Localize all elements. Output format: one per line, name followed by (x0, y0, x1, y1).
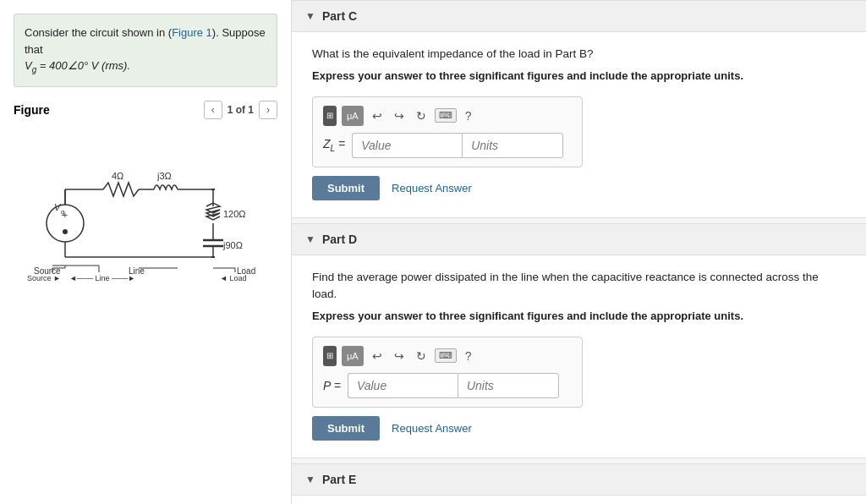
figure-prev-button[interactable]: ‹ (204, 101, 222, 119)
part-d-value-input[interactable] (348, 373, 458, 398)
svg-text:g: g (61, 208, 64, 216)
keyboard-icon-d: ⌨ (439, 350, 452, 360)
part-c-request-answer-link[interactable]: Request Answer (392, 182, 472, 194)
part-c-value-input[interactable] (352, 133, 462, 158)
part-d-input-row: P = (323, 373, 572, 398)
svg-text:◄ Load: ◄ Load (220, 274, 246, 282)
help-button-d[interactable]: ? (462, 348, 475, 364)
figure-header: Figure ‹ 1 of 1 › (14, 101, 277, 119)
part-c-collapse-arrow[interactable]: ▼ (305, 10, 315, 22)
part-c-units-input[interactable] (462, 133, 563, 158)
undo-icon-c: ↩ (372, 109, 382, 123)
help-button-c[interactable]: ? (462, 107, 475, 124)
grid-icon-button-d[interactable]: ⊞ (323, 346, 337, 366)
part-d-section: ▼ Part D Find the average power dissipat… (292, 223, 866, 458)
part-d-answer-box: ⊞ μA ↩ ↪ ↻ ⌨ (312, 337, 583, 408)
help-icon-d: ? (465, 349, 472, 363)
svg-text:◄─── Line ───►: ◄─── Line ───► (69, 274, 135, 282)
part-d-label: Part D (322, 233, 357, 246)
part-c-label: Part C (322, 9, 357, 23)
right-panel: ▼ Part C What is the equivalent impedanc… (292, 0, 866, 504)
part-e-label: Part E (322, 473, 356, 486)
part-d-body: Find the average power dissipated in the… (292, 255, 866, 457)
part-d-collapse-arrow[interactable]: ▼ (305, 233, 315, 245)
undo-icon-d: ↩ (372, 349, 382, 363)
part-d-submit-button[interactable]: Submit (312, 416, 380, 441)
figure-page-indicator: 1 of 1 (227, 104, 254, 116)
refresh-button-d[interactable]: ↻ (413, 348, 430, 364)
part-c-toolbar: ⊞ μA ↩ ↪ ↻ ⌨ (323, 106, 572, 126)
svg-point-2 (63, 229, 68, 234)
undo-button-d[interactable]: ↩ (369, 348, 386, 364)
figure-link[interactable]: Figure 1 (172, 26, 212, 39)
part-d-header: ▼ Part D (292, 224, 866, 255)
part-d-question: Find the average power dissipated in the… (312, 269, 846, 304)
part-c-submit-button[interactable]: Submit (312, 176, 380, 200)
keyboard-button-d[interactable]: ⌨ (435, 348, 457, 363)
part-d-input-label: P = (323, 379, 341, 392)
figure-next-button[interactable]: › (259, 101, 277, 119)
ua-button-d[interactable]: μA (342, 346, 364, 366)
part-c-input-label: ZL = (323, 137, 345, 153)
redo-icon-c: ↪ (394, 109, 404, 123)
problem-math: Vg = 400∠0° V (rms). (25, 59, 130, 72)
redo-icon-d: ↪ (394, 349, 404, 363)
grid-icon-c: ⊞ (326, 111, 333, 120)
part-c-input-row: ZL = (323, 133, 572, 158)
part-e-section: ▼ Part E P Pearson (292, 463, 866, 504)
svg-text:j90Ω: j90Ω (222, 240, 243, 250)
help-icon-c: ? (465, 109, 472, 123)
part-c-action-row: Submit Request Answer (312, 176, 846, 200)
part-c-header: ▼ Part C (292, 1, 866, 32)
grid-icon-d: ⊞ (326, 351, 333, 360)
refresh-button-c[interactable]: ↻ (413, 107, 430, 124)
grid-icon-button-c[interactable]: ⊞ (323, 106, 337, 126)
part-c-answer-box: ⊞ μA ↩ ↪ ↻ ⌨ (312, 96, 583, 167)
circuit-svg: + V g 4Ω j3Ω (19, 130, 272, 291)
problem-statement: Consider the circuit shown in (Figure 1)… (14, 14, 277, 87)
part-c-instruction: Express your answer to three significant… (312, 68, 846, 85)
keyboard-icon-c: ⌨ (439, 110, 452, 120)
refresh-icon-c: ↻ (416, 109, 426, 123)
part-d-units-input[interactable] (458, 373, 559, 398)
ua-button-c[interactable]: μA (342, 106, 364, 126)
part-c-section: ▼ Part C What is the equivalent impedanc… (292, 0, 866, 218)
undo-button-c[interactable]: ↩ (369, 107, 386, 124)
part-c-body: What is the equivalent impedance of the … (292, 32, 866, 217)
keyboard-button-c[interactable]: ⌨ (435, 108, 457, 123)
svg-text:Source ►: Source ► (27, 274, 61, 282)
circuit-diagram: + V g 4Ω j3Ω (14, 126, 277, 295)
problem-text-before-link: Consider the circuit shown in ( (25, 26, 172, 39)
ua-label-c: μA (347, 111, 359, 121)
part-d-toolbar: ⊞ μA ↩ ↪ ↻ ⌨ (323, 346, 572, 366)
part-d-action-row: Submit Request Answer (312, 416, 846, 441)
part-e-body: P Pearson (292, 496, 866, 504)
part-e-collapse-arrow[interactable]: ▼ (305, 474, 315, 485)
refresh-icon-d: ↻ (416, 349, 426, 363)
svg-text:j3Ω: j3Ω (156, 171, 172, 181)
svg-text:120Ω: 120Ω (223, 209, 246, 219)
part-c-question: What is the equivalent impedance of the … (312, 46, 846, 63)
redo-button-c[interactable]: ↪ (391, 107, 408, 124)
figure-container: Figure ‹ 1 of 1 › + V g 4Ω (14, 101, 277, 295)
part-d-instruction: Express your answer to three significant… (312, 308, 846, 325)
part-d-request-answer-link[interactable]: Request Answer (392, 422, 472, 435)
figure-label: Figure (14, 103, 50, 117)
redo-button-d[interactable]: ↪ (391, 348, 408, 364)
left-panel: Consider the circuit shown in (Figure 1)… (0, 0, 292, 504)
figure-nav: ‹ 1 of 1 › (204, 101, 277, 119)
ua-label-d: μA (347, 351, 359, 361)
svg-text:4Ω: 4Ω (112, 171, 123, 181)
part-e-header: ▼ Part E (292, 464, 866, 496)
